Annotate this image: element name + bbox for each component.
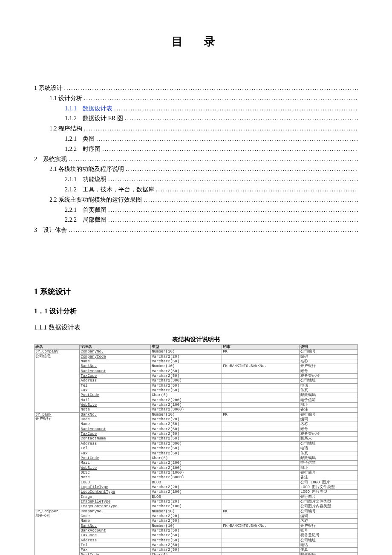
table-cell: CompanyNo.	[80, 509, 151, 514]
table-cell: BankAccount	[80, 369, 151, 373]
toc-leader-dots	[125, 113, 358, 124]
table-cell	[222, 538, 300, 543]
table-cell	[222, 470, 300, 475]
toc-leader-dots	[126, 164, 358, 174]
table-cell: 税务登记号	[300, 432, 358, 436]
table-cell: Mail	[80, 461, 151, 465]
table-cell: Tel	[80, 383, 151, 388]
table-name-cell: JY_Company公司信息	[35, 350, 80, 412]
table-row: TelVarchar2(50)电话	[35, 446, 358, 451]
toc-leader-dots	[64, 83, 358, 93]
toc-label: 2.2.1 首页截图	[65, 205, 107, 215]
toc-leader-dots	[108, 205, 358, 215]
table-row: BankAccountVarchar2(50)账号	[35, 369, 358, 373]
table-cell: Name	[80, 359, 151, 364]
table-cell: Varchar2(50)	[151, 383, 222, 388]
table-cell: Address	[80, 379, 151, 383]
table-cell	[222, 529, 300, 533]
table-row: NameVarchar2(50)名称	[35, 519, 358, 523]
table-cell: Tel	[80, 446, 151, 451]
table-cell: 公司 LOGO 图片	[300, 480, 358, 485]
table-header-cell: 类型	[151, 344, 222, 349]
table-cell: ImageFileType	[80, 499, 151, 504]
table-cell	[222, 461, 300, 465]
toc-entry: 3 设计体会	[34, 225, 358, 235]
table-row: TaxCodeVarchar2(50)税务登记号	[35, 432, 358, 436]
table-cell: BLOB	[151, 480, 222, 485]
toc-label: 2.2 系统主要功能模块的运行效果图	[49, 195, 142, 205]
table-cell: 开户银行	[300, 523, 358, 528]
table-row: CodeVarchar2(20)编码	[35, 514, 358, 518]
toc-entry: 2.2.1 首页截图	[65, 205, 358, 215]
table-cell: CompanyNo.	[80, 350, 151, 354]
toc-leader-dots	[84, 124, 358, 134]
table-cell: 备注	[300, 408, 358, 412]
table-row: LogoContentTypeVarchar2(100)LOGO 内容类型	[35, 490, 358, 494]
table-row: ImageContentTypeVarchar2(100)公司图片内容类型	[35, 504, 358, 509]
toc-leader-dots	[84, 93, 358, 104]
table-cell: Varchar2(50)	[151, 374, 222, 379]
table-cell: LogoContentType	[80, 490, 151, 494]
table-row: AddressVarchar2(300)公司地址	[35, 379, 358, 383]
table-cell: Varchar2(50)	[151, 548, 222, 552]
table-cell: Name	[80, 422, 151, 427]
toc-entry: 1 系统设计	[34, 83, 358, 93]
table-row: TaxCodeVarchar2(50)税务登记号	[35, 533, 358, 538]
table-cell: ImageContentType	[80, 504, 151, 509]
table-cell	[222, 393, 300, 398]
table-cell: 传真	[300, 548, 358, 552]
table-row: LogoFileTypeVarchar2(20)LOGO 图片文件类型	[35, 485, 358, 489]
table-of-contents: 1 系统设计1.1 设计分析1.1.1 数据设计表1.1.2 数据设计 ER 图…	[34, 83, 358, 235]
table-cell: LOGO	[80, 480, 151, 485]
table-cell: 名称	[300, 519, 358, 523]
table-cell: Varchar2(1000)	[151, 470, 222, 475]
toc-entry: 2.1.2 工具，技术，平台，数据库	[65, 185, 358, 195]
table-cell	[222, 398, 300, 402]
table-cell: Char(6)	[151, 393, 222, 398]
toc-label: 3 设计体会	[34, 225, 67, 235]
table-cell: Number(10)	[151, 364, 222, 369]
table-cell: Mail	[80, 398, 151, 402]
table-cell: 邮政编码	[300, 393, 358, 398]
table-cell: FK→BANKINFO.BANKNo.	[222, 523, 300, 528]
table-header-cell: 字段名	[80, 344, 151, 349]
table-cell: Varchar2(20)	[151, 499, 222, 504]
table-row: FaxVarchar2(50)传真	[35, 548, 358, 552]
table-cell	[222, 417, 300, 422]
table-cell	[222, 427, 300, 431]
toc-entry[interactable]: 1.1.1 数据设计表	[65, 104, 358, 114]
section-1-heading: 1 系统设计	[34, 286, 358, 297]
section-1-1-1-heading: 1.1.1 数据设计表	[34, 324, 358, 332]
table-cell: PostCode	[80, 456, 151, 460]
table-cell: BankNo.	[80, 412, 151, 417]
table-cell: Tel	[80, 543, 151, 548]
table-cell: 邮政编码	[300, 456, 358, 460]
table-cell: 网址	[300, 403, 358, 408]
table-cell: Varchar2(50)	[151, 446, 222, 451]
table-cell: CompanyCode	[80, 354, 151, 359]
table-cell: Note	[80, 475, 151, 480]
table-row: AddressVarchar2(50)公司地址	[35, 538, 358, 543]
table-cell: 电子信箱	[300, 461, 358, 465]
toc-label: 2.1.1 功能说明	[65, 174, 107, 185]
table-cell: Varchar2(3000)	[151, 475, 222, 480]
table-row: TelVarchar2(50)电话	[35, 383, 358, 388]
table-cell: BLOB	[151, 494, 222, 499]
table-cell: Number(10)	[151, 509, 222, 514]
table-cell: 公司图片文件类型	[300, 499, 358, 504]
toc-label: 2.1.2 工具，技术，平台，数据库	[65, 185, 154, 195]
table-cell: Varchar2(50)	[151, 538, 222, 543]
toc-label: 1.1.1 数据设计表	[65, 104, 112, 114]
table-cell	[222, 519, 300, 523]
table-row: FaxVarchar2(50)传真	[35, 388, 358, 393]
table-cell: Varchar2(200)	[151, 461, 222, 465]
table-header-row: 表名字段名类型约束说明	[35, 344, 358, 349]
table-cell: Varchar2(200)	[151, 398, 222, 402]
table-cell: BankNo.	[80, 364, 151, 369]
table-cell	[222, 408, 300, 412]
toc-leader-dots	[114, 104, 358, 114]
table-cell: 电话	[300, 446, 358, 451]
toc-entry: 1.2.2 时序图	[65, 144, 358, 154]
toc-label: 2.2.2 局部截图	[65, 215, 107, 225]
toc-leader-dots	[108, 174, 358, 185]
